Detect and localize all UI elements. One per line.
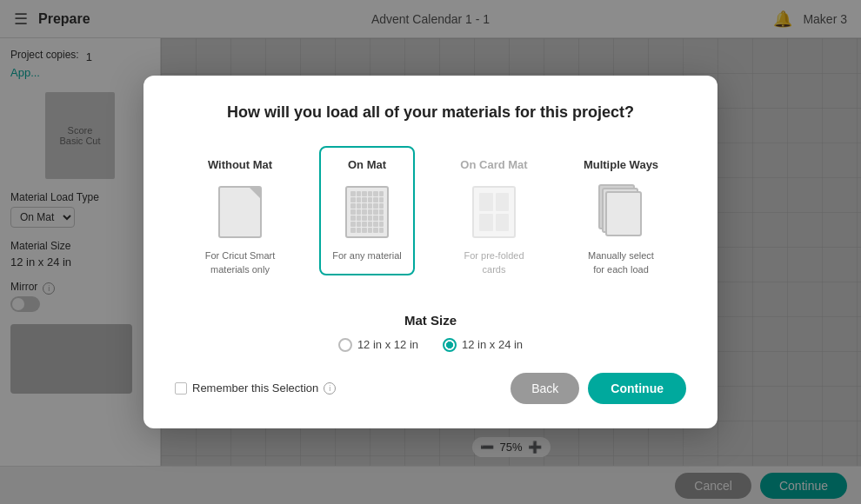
option-without-mat-desc: For Cricut Smart materials only — [201, 249, 279, 276]
option-multiple-ways-img — [595, 182, 647, 242]
on-card-mat-icon — [472, 186, 516, 238]
options-row: Without Mat For Cricut Smart materials o… — [175, 146, 686, 288]
option-multiple-ways[interactable]: Multiple Ways Manually select for each l… — [564, 146, 677, 288]
back-button[interactable]: Back — [511, 373, 579, 404]
remember-info-icon[interactable]: i — [324, 382, 336, 395]
radio-12x24-label: 12 in x 24 in — [462, 338, 523, 351]
dialog-footer-buttons: Back Continue — [511, 373, 686, 404]
dialog-footer: Remember this Selection i Back Continue — [175, 373, 686, 404]
on-mat-icon — [345, 186, 389, 238]
dialog: How will you load all of your materials … — [144, 76, 718, 428]
dialog-continue-button[interactable]: Continue — [588, 373, 686, 404]
option-on-card-mat-label: On Card Mat — [460, 158, 527, 171]
option-on-card-mat-img — [468, 182, 520, 242]
without-mat-icon — [218, 186, 262, 238]
mat-size-section: Mat Size 12 in x 12 in 12 in x 24 in — [175, 313, 686, 352]
radio-group: 12 in x 12 in 12 in x 24 in — [175, 338, 686, 352]
option-without-mat[interactable]: Without Mat For Cricut Smart materials o… — [184, 146, 297, 288]
option-without-mat-inner: Without Mat For Cricut Smart materials o… — [192, 146, 288, 288]
mat-size-title: Mat Size — [175, 313, 686, 328]
remember-text: Remember this Selection — [192, 381, 318, 395]
option-on-card-mat[interactable]: On Card Mat For pre-folded cards — [437, 146, 551, 288]
option-multiple-ways-inner: Multiple Ways Manually select for each l… — [573, 146, 669, 288]
option-on-mat-label: On Mat — [348, 158, 386, 171]
dialog-title: How will you load all of your materials … — [175, 103, 686, 122]
radio-12x24[interactable]: 12 in x 24 in — [443, 338, 523, 352]
option-on-mat-img — [341, 182, 393, 242]
option-without-mat-img — [214, 182, 266, 242]
option-multiple-ways-desc: Manually select for each load — [582, 249, 660, 276]
remember-row: Remember this Selection i — [175, 381, 336, 395]
option-on-mat-desc: For any material — [332, 249, 401, 262]
radio-12x12[interactable]: 12 in x 12 in — [338, 338, 418, 352]
modal-overlay: How will you load all of your materials … — [0, 0, 861, 504]
option-on-mat[interactable]: On Mat For any material — [310, 146, 424, 288]
option-on-mat-inner: On Mat For any material — [319, 146, 415, 275]
multiple-ways-icon — [597, 184, 645, 240]
radio-12x12-label: 12 in x 12 in — [357, 338, 418, 351]
option-on-card-mat-desc: For pre-folded cards — [455, 249, 533, 276]
radio-12x12-circle — [338, 338, 352, 352]
option-without-mat-label: Without Mat — [208, 158, 272, 171]
option-on-card-mat-inner: On Card Mat For pre-folded cards — [446, 146, 542, 288]
option-multiple-ways-label: Multiple Ways — [584, 158, 658, 171]
radio-12x24-circle — [443, 338, 457, 352]
remember-checkbox[interactable] — [175, 382, 187, 395]
